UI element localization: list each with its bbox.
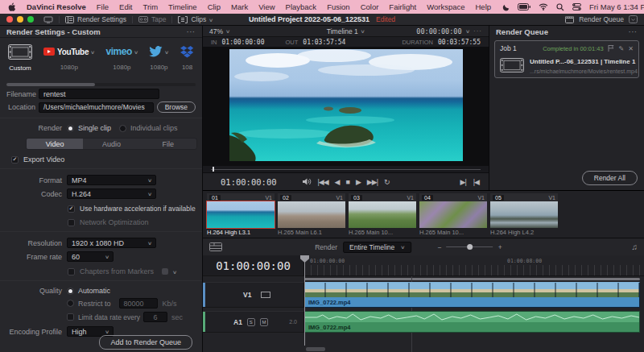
timeline-current-timecode[interactable]: 01:00:00:00 (203, 255, 304, 275)
location-input[interactable]: /Users/michaelmuchmore/Movies (39, 102, 154, 113)
menu-item-workspace[interactable]: Workspace (427, 2, 464, 11)
zoom-out-icon[interactable]: − (438, 243, 442, 251)
tape-button[interactable]: Tape (133, 14, 171, 25)
panel-expand-icon[interactable] (629, 15, 638, 23)
preset-dropbox[interactable]: 108 (180, 44, 195, 71)
single-clip-radio[interactable] (67, 125, 74, 132)
video-clip[interactable]: IMG_0722.mp4 (304, 282, 640, 308)
do-not-disturb-moon-icon[interactable] (502, 3, 510, 11)
menu-item-mark[interactable]: Mark (231, 2, 248, 11)
battery-icon[interactable] (518, 3, 530, 10)
limit-data-rate-checkbox[interactable] (67, 313, 74, 321)
render-queue-options-icon[interactable]: ··· (629, 28, 638, 35)
viewer-options-icon[interactable]: ··· (473, 27, 482, 35)
filename-input[interactable]: rentest (39, 89, 159, 99)
render-all-button[interactable]: Render All (582, 171, 638, 185)
viewer-zoom-level[interactable]: 47% (209, 27, 223, 35)
zoom-in-icon[interactable]: + (498, 243, 502, 251)
stop-button[interactable]: ■ (346, 178, 349, 186)
restrict-bitrate-input[interactable]: 80000 (119, 298, 158, 309)
window-close-button[interactable] (6, 16, 13, 23)
menu-item-trim[interactable]: Trim (142, 2, 158, 11)
menu-item-fairlight[interactable]: Fairlight (389, 2, 416, 11)
track-enable-icon[interactable] (261, 292, 270, 298)
menu-item-file[interactable]: File (97, 2, 109, 11)
menu-item-help[interactable]: Help (475, 2, 491, 11)
menu-item-fusion[interactable]: Fusion (327, 2, 350, 11)
menubar-clock[interactable]: Fri May 6 1:34 PM (589, 2, 644, 11)
tab-file[interactable]: File (140, 139, 196, 149)
menu-item-view[interactable]: View (258, 2, 275, 11)
format-select[interactable]: MP4∨ (67, 175, 156, 185)
timeline-view-icon[interactable] (209, 242, 222, 251)
preset-vimeo[interactable]: vimeo ∨ 1080p (106, 44, 138, 71)
preset-youtube[interactable]: YouTube ∨ 1080p (43, 44, 95, 71)
dual-monitor-toggle-button[interactable] (38, 14, 59, 25)
viewer-playhead[interactable] (213, 167, 214, 172)
panel-options-icon[interactable]: ··· (187, 28, 196, 35)
chapters-checkbox[interactable] (68, 268, 75, 275)
clips-button[interactable]: Clips ∨ (172, 14, 218, 25)
render-queue-toggle-label[interactable]: Render Queue (579, 15, 624, 23)
previous-marker-button[interactable]: |◀ (473, 178, 479, 186)
timeline-horizontal-scrollbar[interactable] (306, 347, 325, 351)
codec-select[interactable]: H.264∨ (67, 188, 156, 199)
viewer-current-timecode[interactable]: 01:00:00:00 (203, 177, 277, 187)
play-reverse-button[interactable]: ◀ (335, 178, 340, 186)
clip-thumbnail-3[interactable]: 03V1 H.265 Main 10... (349, 193, 416, 238)
tab-video[interactable]: Video (27, 139, 83, 149)
job-flag-icon[interactable] (608, 45, 615, 52)
window-minimize-button[interactable] (17, 16, 23, 23)
loop-button[interactable]: ↻ (384, 178, 390, 186)
solo-button[interactable]: S (247, 318, 255, 326)
audio-mute-icon[interactable] (302, 178, 311, 185)
limit-data-rate-input[interactable]: 6 (143, 312, 167, 322)
clip-thumbnail-4[interactable]: 04V1 H.265 Main 10... (419, 193, 487, 238)
preset-twitter[interactable]: ∨ 1080p (149, 44, 168, 71)
video-preview[interactable] (229, 49, 463, 161)
window-zoom-button[interactable] (27, 16, 34, 23)
clip-thumbnail-1[interactable]: 01V1 H.264 High L3.1 (207, 193, 275, 238)
menu-item-app-name[interactable]: DaVinci Resolve (27, 2, 86, 11)
audio-clip[interactable]: IMG_0722.mp4 (304, 311, 640, 333)
export-video-checkbox[interactable]: ✓ (11, 156, 19, 164)
viewer-header-timecode[interactable]: 00:00:00:00 (416, 27, 461, 35)
render-scope-select[interactable]: Entire Timeline ∨ (343, 242, 411, 253)
mute-button[interactable]: M (260, 318, 268, 326)
job-remove-icon[interactable]: ✕ (628, 45, 634, 52)
clip-thumbnail-2[interactable]: 02V1 H.265 Main L6.1 (278, 193, 345, 238)
browse-button[interactable]: Browse (157, 101, 196, 113)
menu-item-edit[interactable]: Edit (119, 2, 132, 11)
play-button[interactable]: ▶ (356, 178, 361, 186)
hardware-acceleration-checkbox[interactable]: ✓ (68, 205, 75, 213)
timeline-ruler[interactable]: 01:00:00:00 01:00:08:00 (304, 255, 644, 275)
quality-automatic-radio[interactable] (67, 288, 74, 295)
individual-clips-radio[interactable] (119, 125, 126, 132)
timeline-selector[interactable]: Timeline 1 (327, 27, 358, 35)
menu-item-playback[interactable]: Playback (286, 2, 317, 11)
audio-note-icon[interactable]: ♫ (632, 242, 638, 251)
apple-menu-icon[interactable] (8, 2, 16, 12)
tab-audio[interactable]: Audio (83, 139, 139, 149)
timeline-playhead[interactable] (304, 255, 305, 346)
wifi-icon[interactable] (539, 3, 548, 10)
go-to-last-frame-button[interactable]: ▶▶| (367, 178, 378, 186)
menu-item-timeline[interactable]: Timeline (168, 2, 197, 11)
timeline-zoom-slider[interactable] (447, 246, 493, 247)
render-job-card[interactable]: Job 1 Completed in 00:01:43 ✎ ✕ Untitled… (494, 40, 639, 78)
quality-restrict-radio[interactable] (67, 300, 74, 307)
go-to-first-frame-button[interactable]: |◀◀ (317, 178, 328, 186)
resolution-select[interactable]: 1920 x 1080 HD∨ (67, 238, 156, 248)
network-optimization-checkbox[interactable] (68, 219, 75, 226)
job-edit-pencil-icon[interactable]: ✎ (619, 45, 625, 52)
timeline-zoom-scrollbar[interactable] (304, 278, 640, 280)
spotlight-search-icon[interactable] (556, 3, 564, 11)
menu-item-color[interactable]: Color (361, 2, 379, 11)
menu-item-clip[interactable]: Clip (208, 2, 221, 11)
viewer-scrub-bar[interactable] (203, 166, 489, 172)
next-marker-button[interactable]: ▶| (460, 178, 465, 186)
render-settings-toggle-button[interactable]: Render Settings (60, 14, 132, 25)
marker-color-icon[interactable] (162, 268, 168, 275)
audio-track-header[interactable]: A1 S M 2.0 (203, 311, 304, 333)
preset-custom[interactable]: Custom (8, 44, 32, 72)
